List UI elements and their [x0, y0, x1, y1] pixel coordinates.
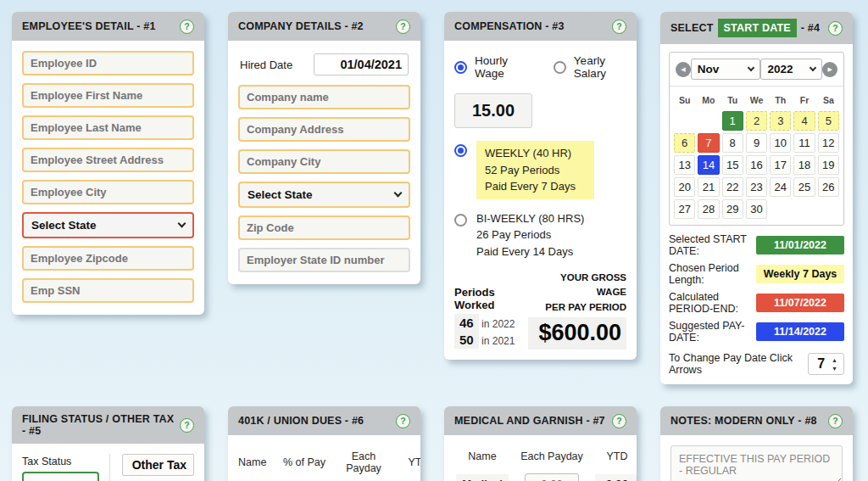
calendar-day[interactable]: 2	[746, 111, 767, 131]
radio-checked-icon	[454, 144, 467, 157]
help-icon[interactable]: ?	[612, 20, 626, 34]
panel-company-header: COMPANY DETAILS - #2 ?	[228, 12, 420, 41]
calendar-day[interactable]: 21	[698, 177, 719, 197]
calendar-day[interactable]: 23	[746, 177, 767, 197]
calendar-day[interactable]: 30	[746, 199, 767, 219]
pay-date-stepper-value: 7	[817, 356, 825, 372]
company-city-input[interactable]	[238, 149, 410, 174]
help-icon[interactable]: ?	[612, 414, 626, 428]
employee-state-select[interactable]: Select State	[22, 212, 194, 238]
company-state-select[interactable]: Select State	[238, 182, 410, 208]
calendar-day[interactable]: 29	[722, 199, 743, 219]
weekly-line2: 52 Pay Periods	[485, 164, 559, 176]
calendar-day[interactable]: 9	[746, 133, 767, 153]
calendar-day[interactable]: 26	[818, 177, 839, 197]
chevron-down-icon	[178, 220, 186, 228]
calendar-next-month-button[interactable]: ▶	[822, 62, 837, 77]
chevron-down-icon	[748, 64, 754, 70]
calendar-day[interactable]: 24	[770, 177, 791, 197]
calendar-day	[674, 111, 695, 131]
calendar-day[interactable]: 28	[698, 199, 719, 219]
gross-wage-value: $600.00	[528, 317, 626, 350]
employee-zipcode-input[interactable]	[22, 246, 194, 271]
calendar-month-select[interactable]: Nov	[691, 59, 761, 80]
calendar-day[interactable]: 27	[674, 199, 695, 219]
biweekly-option-text: BI-WEEKLY (80 HRS) 26 Pay Periods Paid E…	[476, 210, 584, 260]
gross-wage-block: YOUR GROSS WAGE PER PAY PERIOD $600.00	[528, 271, 626, 350]
calendar-day[interactable]: 20	[674, 177, 695, 197]
periods-worked-block: Periods Worked 46 in 2022 50 in 2021	[454, 286, 528, 350]
employee-city-input[interactable]	[22, 180, 194, 204]
calendar-day[interactable]: 18	[793, 155, 815, 175]
weekly-option-radio[interactable]: WEEKLY (40 HR) 52 Pay Periods Paid Every…	[454, 141, 626, 199]
employee-first-name-input[interactable]	[22, 83, 194, 108]
panel-start-date-title: SELECT START DATE - #4	[670, 19, 820, 37]
panel-compensation-header: COMPENSATION - #3 ?	[444, 12, 637, 41]
tax-status-label: Tax Status	[22, 456, 99, 467]
calculated-period-end-value: 11/07/2022	[756, 294, 844, 312]
calendar-day[interactable]: 4	[793, 111, 815, 131]
calendar-day[interactable]: 22	[722, 177, 743, 197]
calendar-day[interactable]: 17	[770, 155, 791, 175]
dow-label: Sa	[818, 91, 839, 109]
calendar-day[interactable]: 14	[698, 155, 719, 175]
employee-id-input[interactable]	[22, 51, 194, 76]
payroll-board: EMPLOYEE'S DETAIL - #1 ? Select State CO…	[0, 0, 868, 481]
notes-textarea-1[interactable]	[670, 445, 843, 481]
calendar-day[interactable]: 6	[674, 133, 695, 153]
calendar-day[interactable]: 11	[793, 133, 815, 153]
calendar-day[interactable]: 7	[698, 133, 719, 153]
help-icon[interactable]: ?	[828, 414, 843, 428]
medical-header-name: Name	[456, 450, 509, 462]
title-select-text: SELECT	[670, 22, 714, 34]
employee-ssn-input[interactable]	[22, 278, 194, 303]
company-address-input[interactable]	[238, 117, 410, 142]
help-icon[interactable]: ?	[828, 21, 843, 36]
company-zip-input[interactable]	[238, 215, 410, 240]
help-icon[interactable]: ?	[396, 20, 410, 34]
pay-date-stepper[interactable]: 7 ▲ ▼	[808, 353, 844, 375]
hourly-wage-input[interactable]	[454, 93, 532, 128]
arrow-up-icon[interactable]: ▲	[832, 357, 837, 363]
panel-medical-garnish: MEDICAL AND GARNISH - #7 ? Name Each Pay…	[444, 406, 637, 481]
dues-header-name: Name	[238, 456, 275, 468]
calendar-day[interactable]: 10	[770, 133, 791, 153]
calendar-day[interactable]: 5	[818, 111, 839, 131]
help-icon[interactable]: ?	[180, 20, 194, 34]
calendar-day[interactable]: 19	[818, 155, 839, 175]
calendar-day[interactable]: 13	[674, 155, 695, 175]
calendar-prev-month-button[interactable]: ◀	[676, 62, 691, 77]
calendar-year-select[interactable]: 2022	[760, 59, 822, 80]
hired-date-input[interactable]	[314, 53, 409, 76]
employee-street-address-input[interactable]	[22, 148, 194, 172]
panel-filing-status: FILING STATUS / OTHER TAX - #5 ? Tax Sta…	[12, 406, 204, 481]
calendar-day[interactable]: 3	[770, 111, 791, 131]
calendar-day	[818, 199, 839, 219]
yearly-salary-radio[interactable]: Yearly Salary	[554, 54, 626, 80]
calendar-day[interactable]: 15	[722, 155, 743, 175]
company-name-input[interactable]	[238, 85, 410, 109]
calendar-day[interactable]: 25	[793, 177, 815, 197]
hourly-wage-label: Hourly Wage	[475, 54, 526, 80]
medical-payday-input[interactable]	[525, 473, 579, 481]
medical-ytd-value: 0.00	[595, 474, 637, 481]
tax-status-select[interactable]: Single	[22, 472, 99, 481]
employee-state-select-value: Select State	[31, 219, 97, 232]
selected-start-date-row: Selected START DATE: 11/01/2022	[669, 233, 844, 257]
employee-last-name-input[interactable]	[22, 115, 194, 140]
dow-label: Su	[674, 91, 695, 109]
help-icon[interactable]: ?	[396, 414, 410, 428]
calendar-day[interactable]: 1	[722, 111, 743, 131]
hourly-wage-radio[interactable]: Hourly Wage	[454, 54, 526, 80]
periods-2022-value: 46	[454, 314, 479, 332]
periods-2022-suffix: in 2022	[481, 318, 515, 330]
biweekly-option-radio[interactable]: BI-WEEKLY (80 HRS) 26 Pay Periods Paid E…	[454, 210, 626, 260]
arrow-down-icon[interactable]: ▼	[832, 366, 837, 372]
calendar-day[interactable]: 8	[722, 133, 743, 153]
suggested-pay-date-value: 11/14/2022	[756, 322, 844, 341]
calendar-day[interactable]: 16	[746, 155, 767, 175]
help-icon[interactable]: ?	[180, 418, 194, 433]
employer-state-id-input[interactable]	[238, 248, 410, 272]
calendar-day[interactable]: 12	[818, 133, 839, 153]
panel-employee-detail: EMPLOYEE'S DETAIL - #1 ? Select State	[12, 12, 204, 315]
